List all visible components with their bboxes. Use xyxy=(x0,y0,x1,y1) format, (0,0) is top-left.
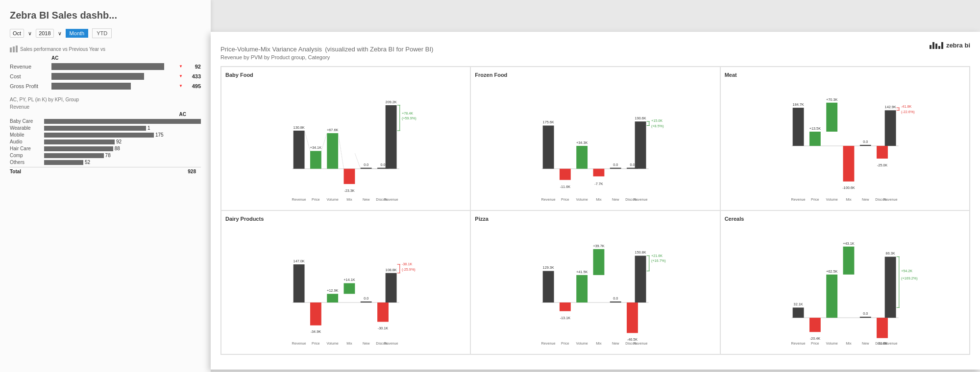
ytd-btn[interactable]: YTD xyxy=(92,28,112,38)
table-ac-label: AC xyxy=(10,112,201,117)
svg-text:184.7K: 184.7K xyxy=(792,102,804,107)
row-value-mobile: 175 xyxy=(155,132,164,138)
svg-text:190.6K: 190.6K xyxy=(635,116,646,120)
row-label-total: Total xyxy=(10,169,44,174)
svg-rect-40 xyxy=(560,169,571,180)
svg-rect-96 xyxy=(294,264,305,302)
charts-grid: Baby Food 130.8K +34.1K +67.6K -23. xyxy=(220,66,970,355)
row-bar-comp xyxy=(44,153,104,158)
svg-text:+39.7K: +39.7K xyxy=(593,244,605,248)
row-label-hair-care: Hair Care xyxy=(10,146,44,151)
svg-line-23 xyxy=(305,131,310,151)
svg-text:AC: AC xyxy=(389,202,393,202)
kpi-label-profit: Gross Profit xyxy=(10,83,49,89)
svg-rect-79 xyxy=(884,111,896,146)
kpi-bar-cost: ▼ xyxy=(51,73,184,80)
svg-text:PY: PY xyxy=(296,346,301,346)
chart-svg-cereals: 32.1K -20.4K +62.5K +43.1K 0.0 xyxy=(725,224,965,346)
svg-rect-50 xyxy=(635,122,646,169)
main-subtitle: (visualized with Zebra BI for Power BI) xyxy=(325,46,433,53)
profit-arrow: ▼ xyxy=(179,84,183,88)
svg-text:+21.6K: +21.6K xyxy=(651,254,662,258)
svg-text:(+8.5%): (+8.5%) xyxy=(651,124,664,128)
svg-rect-98 xyxy=(310,302,321,326)
left-controls: Oct ∨ 2018 ∨ Month YTD xyxy=(10,28,201,38)
table-title: AC, PY, PL (in K) by KPI, Group xyxy=(10,97,201,102)
svg-text:175.6K: 175.6K xyxy=(543,120,554,125)
svg-rect-102 xyxy=(344,283,355,294)
row-label-wearable: Wearable xyxy=(10,125,44,131)
svg-text:Mix: Mix xyxy=(846,342,852,346)
chart-icon xyxy=(10,46,18,52)
table-section: AC, PY, PL (in K) by KPI, Group Revenue … xyxy=(10,97,201,174)
svg-text:-30.1K: -30.1K xyxy=(378,326,389,330)
svg-text:Price: Price xyxy=(561,342,569,346)
kpi-label-cost: Cost xyxy=(10,73,49,79)
svg-text:AC: AC xyxy=(389,346,393,346)
svg-rect-166 xyxy=(884,257,896,318)
svg-text:AC: AC xyxy=(638,202,643,202)
table-row-baby-care: Baby Care xyxy=(10,118,201,124)
svg-text:209.2K: 209.2K xyxy=(386,100,397,104)
table-row-hair-care: Hair Care 88 xyxy=(10,146,201,151)
svg-text:-23.3K: -23.3K xyxy=(344,188,355,193)
svg-rect-1 xyxy=(13,46,15,52)
row-label-others: Others xyxy=(10,160,44,165)
month-select[interactable]: Oct xyxy=(10,29,24,38)
svg-text:-11.6K: -11.6K xyxy=(560,185,571,189)
kpi-bar-revenue: ▼ xyxy=(51,63,184,70)
svg-rect-156 xyxy=(809,318,821,332)
svg-rect-10 xyxy=(344,169,355,184)
svg-text:+15.0K: +15.0K xyxy=(651,119,662,123)
svg-text:Price: Price xyxy=(312,342,320,346)
svg-text:130.8K: 130.8K xyxy=(294,125,305,130)
svg-rect-38 xyxy=(543,126,554,169)
kpi-section: Sales performance vs Previous Year vs AC… xyxy=(10,46,201,90)
row-value-hair-care: 88 xyxy=(115,146,120,151)
svg-text:108.8K: 108.8K xyxy=(386,268,397,272)
svg-text:Volume: Volume xyxy=(327,342,339,346)
svg-rect-6 xyxy=(310,151,321,169)
year-select[interactable]: 2018 xyxy=(36,29,53,38)
svg-rect-4 xyxy=(294,131,305,169)
svg-rect-100 xyxy=(327,294,338,303)
svg-text:-13.1K: -13.1K xyxy=(560,316,571,321)
svg-text:New: New xyxy=(612,342,619,346)
svg-text:New: New xyxy=(612,198,619,202)
svg-text:(+169.2%): (+169.2%) xyxy=(901,277,918,281)
month-btn[interactable]: Month xyxy=(66,29,89,38)
svg-rect-135 xyxy=(627,302,638,333)
svg-text:PY: PY xyxy=(546,202,551,202)
svg-text:+62.5K: +62.5K xyxy=(826,269,837,274)
chart-svg-frozen-food: 175.6K -11.6K +34.3K -7.7K 0.0 xyxy=(475,80,715,202)
row-bar-others xyxy=(44,160,83,165)
svg-text:Price: Price xyxy=(312,198,320,202)
svg-text:(-25.9%): (-25.9%) xyxy=(402,267,416,272)
svg-text:New: New xyxy=(363,198,370,202)
row-label-mobile: Mobile xyxy=(10,132,44,138)
kpi-row-cost: Cost ▼ 433 xyxy=(10,73,201,80)
svg-text:-34.9K: -34.9K xyxy=(311,330,321,334)
row-value-comp: 78 xyxy=(105,153,111,158)
row-value-audio: 92 xyxy=(116,139,122,144)
svg-text:-20.4K: -20.4K xyxy=(809,336,820,341)
svg-rect-154 xyxy=(792,308,804,318)
svg-text:0.0: 0.0 xyxy=(863,311,868,316)
table-row-audio: Audio 92 xyxy=(10,139,201,144)
svg-rect-71 xyxy=(826,103,837,132)
svg-text:Mix: Mix xyxy=(346,198,352,202)
svg-text:Volume: Volume xyxy=(576,342,588,346)
svg-rect-164 xyxy=(877,318,888,339)
svg-rect-75 xyxy=(859,145,871,146)
chart-cereals: Cereals 32.1K -20.4K +62.5K +43.1K xyxy=(720,210,970,354)
svg-rect-16 xyxy=(386,105,397,169)
svg-text:+67.6K: +67.6K xyxy=(327,128,338,132)
svg-rect-162 xyxy=(859,317,871,318)
svg-text:PY: PY xyxy=(796,202,801,202)
svg-text:PY: PY xyxy=(796,346,801,346)
svg-text:-25.0K: -25.0K xyxy=(877,163,887,167)
logo-text: zebra bi xyxy=(946,42,970,49)
svg-text:Mix: Mix xyxy=(596,342,602,346)
svg-text:-7.7K: -7.7K xyxy=(595,182,604,186)
main-title-container: Price-Volume-Mix Variance Analysis (visu… xyxy=(220,42,970,54)
